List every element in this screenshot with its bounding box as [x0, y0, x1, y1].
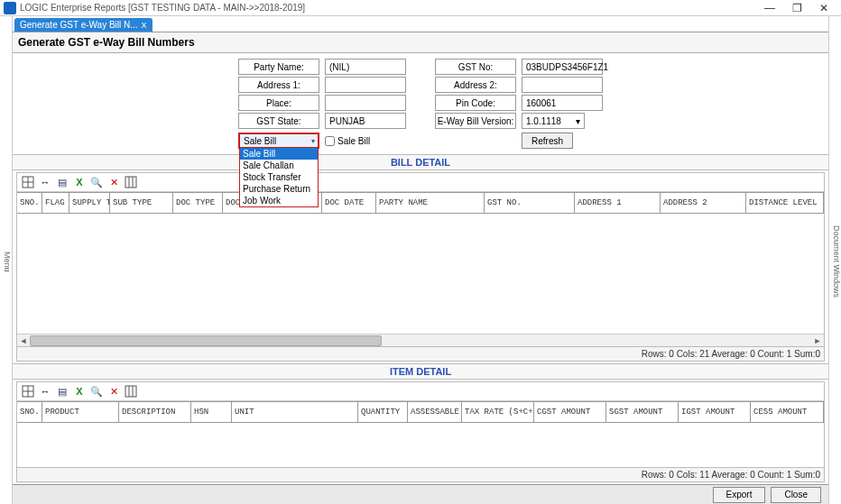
eway-version-select[interactable]: 1.0.1118 ▾: [522, 113, 585, 129]
doc-type-option-purchase-return[interactable]: Purchase Return: [240, 183, 318, 195]
footer-bar: Export Close: [13, 484, 828, 504]
window-titlebar: LOGIC Enterprise Reports [GST TESTING DA…: [0, 0, 841, 16]
document-tab-close-icon[interactable]: X: [142, 21, 147, 30]
gst-state-label: GST State:: [238, 113, 319, 129]
expand-icon[interactable]: ↔: [38, 384, 52, 399]
document-tab-generate-eway[interactable]: Generate GST e-Way Bill N... X: [14, 18, 152, 32]
item-detail-header: ITEM DETAIL: [13, 363, 828, 380]
col-igst-amount[interactable]: IGST AMOUNT: [679, 402, 751, 422]
col-description[interactable]: DESCRIPTION: [119, 402, 191, 422]
sale-bill-checkbox-label: Sale Bill: [337, 136, 370, 146]
col-unit[interactable]: UNIT: [232, 402, 358, 422]
svg-rect-3: [125, 177, 136, 188]
doc-type-option-sale-bill[interactable]: Sale Bill: [240, 148, 318, 160]
col-doc-type[interactable]: DOC TYPE: [173, 193, 223, 213]
minimize-button[interactable]: —: [756, 2, 783, 14]
bill-detail-header: BILL DETAIL: [13, 154, 828, 170]
col-gst-no[interactable]: GST NO.: [485, 193, 575, 213]
address1-value[interactable]: [325, 77, 406, 93]
scroll-left-icon[interactable]: ◄: [17, 336, 30, 345]
doc-type-select[interactable]: Sale Bill ▾ Sale Bill Sale Challan Stock…: [238, 133, 319, 149]
col-doc-date[interactable]: DOC DATE: [322, 193, 376, 213]
col-party-name[interactable]: PARTY NAME: [376, 193, 485, 213]
gst-no-label: GST No:: [435, 59, 516, 75]
bill-grid-body[interactable]: [17, 214, 824, 334]
close-button[interactable]: Close: [771, 487, 821, 503]
col-sgst-amount[interactable]: SGST AMOUNT: [606, 402, 679, 422]
document-tab-label: Generate GST e-Way Bill N...: [20, 20, 138, 30]
app-icon: [4, 2, 16, 14]
window-title: LOGIC Enterprise Reports [GST TESTING DA…: [20, 3, 756, 13]
col-supply-type[interactable]: SUPPLY TYPE: [69, 193, 110, 213]
export-button[interactable]: Export: [713, 487, 766, 503]
item-toolbar: ↔ ▤ X 🔍 ✕: [17, 382, 824, 401]
col-cess-amount[interactable]: CESS AMOUNT: [751, 402, 824, 422]
address2-value[interactable]: [522, 77, 603, 93]
col-sno[interactable]: SNO.: [17, 193, 42, 213]
svg-rect-9: [125, 386, 136, 397]
item-grid-header: SNO. PRODUCT DESCRIPTION HSN UNIT QUANTI…: [17, 401, 824, 423]
doc-type-option-sale-challan[interactable]: Sale Challan: [240, 160, 318, 171]
col-address1[interactable]: ADDRESS 1: [575, 193, 661, 213]
gst-state-value[interactable]: PUNJAB: [325, 113, 406, 129]
delete-icon[interactable]: ✕: [106, 175, 121, 189]
col-assessable-value[interactable]: ASSESSABLE VALUE: [408, 402, 462, 422]
find-icon[interactable]: 🔍: [89, 384, 104, 399]
chevron-down-icon: ▾: [576, 116, 580, 126]
refresh-button[interactable]: Refresh: [522, 133, 573, 149]
document-windows-side-tab[interactable]: Document Windows: [828, 16, 841, 504]
columns-icon[interactable]: [124, 384, 138, 399]
gst-no-value[interactable]: 03BUDPS3456F1Z1: [522, 59, 603, 75]
address1-label: Address 1:: [238, 77, 319, 93]
pin-code-value[interactable]: 160061: [522, 95, 603, 111]
party-name-label: Party Name:: [238, 59, 319, 75]
window-close-button[interactable]: ✕: [810, 2, 837, 14]
place-label: Place:: [238, 95, 319, 111]
col-tax-rate[interactable]: TAX RATE (S+C+I+CESS): [462, 402, 534, 422]
pin-code-label: Pin Code:: [435, 95, 516, 111]
col-product[interactable]: PRODUCT: [42, 402, 119, 422]
bill-horizontal-scrollbar[interactable]: ◄ ►: [17, 334, 824, 346]
expand-icon[interactable]: ↔: [38, 175, 52, 189]
document-tab-strip: Generate GST e-Way Bill N... X: [13, 16, 828, 32]
col-item-sno[interactable]: SNO.: [17, 402, 42, 422]
item-grid-body[interactable]: [17, 423, 824, 467]
eway-version-label: E-Way Bill Version:: [435, 113, 516, 129]
columns-icon[interactable]: [124, 175, 138, 189]
maximize-button[interactable]: ❐: [783, 2, 810, 14]
address2-label: Address 2:: [435, 77, 516, 93]
place-value[interactable]: [325, 95, 406, 111]
export-txt-icon[interactable]: ▤: [55, 384, 69, 399]
col-distance[interactable]: DISTANCE LEVEL (KM): [746, 193, 824, 213]
doc-type-dropdown-list: Sale Bill Sale Challan Stock Transfer Pu…: [239, 147, 319, 207]
eway-version-value: 1.0.1118: [526, 116, 561, 126]
col-quantity[interactable]: QUANTITY: [358, 402, 408, 422]
col-hsn[interactable]: HSN: [191, 402, 232, 422]
find-icon[interactable]: 🔍: [89, 175, 104, 189]
export-txt-icon[interactable]: ▤: [55, 175, 69, 189]
delete-icon[interactable]: ✕: [106, 384, 121, 399]
col-sub-type[interactable]: SUB TYPE: [110, 193, 173, 213]
scroll-thumb[interactable]: [30, 335, 382, 346]
doc-type-selected: Sale Bill: [244, 136, 276, 146]
doc-type-option-stock-transfer[interactable]: Stock Transfer: [240, 171, 318, 183]
export-excel-icon[interactable]: X: [72, 175, 87, 189]
sale-bill-checkbox[interactable]: [325, 136, 335, 146]
bill-toolbar: ↔ ▤ X 🔍 ✕: [17, 173, 824, 192]
col-cgst-amount[interactable]: CGST AMOUNT: [534, 402, 606, 422]
form-area: Party Name: (NIL) GST No: 03BUDPS3456F1Z…: [13, 53, 828, 154]
menu-side-tab[interactable]: Menu: [0, 16, 13, 504]
col-flag[interactable]: FLAG: [42, 193, 69, 213]
chevron-down-icon: ▾: [311, 137, 315, 145]
bill-grid-header: SNO. FLAG SUPPLY TYPE SUB TYPE DOC TYPE …: [17, 192, 824, 214]
party-name-value[interactable]: (NIL): [325, 59, 406, 75]
col-address2[interactable]: ADDRESS 2: [661, 193, 746, 213]
page-title: Generate GST e-Way Bill Numbers: [13, 32, 828, 53]
grid-icon[interactable]: [21, 384, 35, 399]
bill-status-bar: Rows: 0 Cols: 21 Average: 0 Count: 1 Sum…: [17, 346, 824, 361]
doc-type-option-job-work[interactable]: Job Work: [240, 195, 318, 206]
item-status-bar: Rows: 0 Cols: 11 Average: 0 Count: 1 Sum…: [17, 467, 824, 481]
export-excel-icon[interactable]: X: [72, 384, 87, 399]
grid-icon[interactable]: [21, 175, 35, 189]
scroll-right-icon[interactable]: ►: [811, 336, 824, 345]
